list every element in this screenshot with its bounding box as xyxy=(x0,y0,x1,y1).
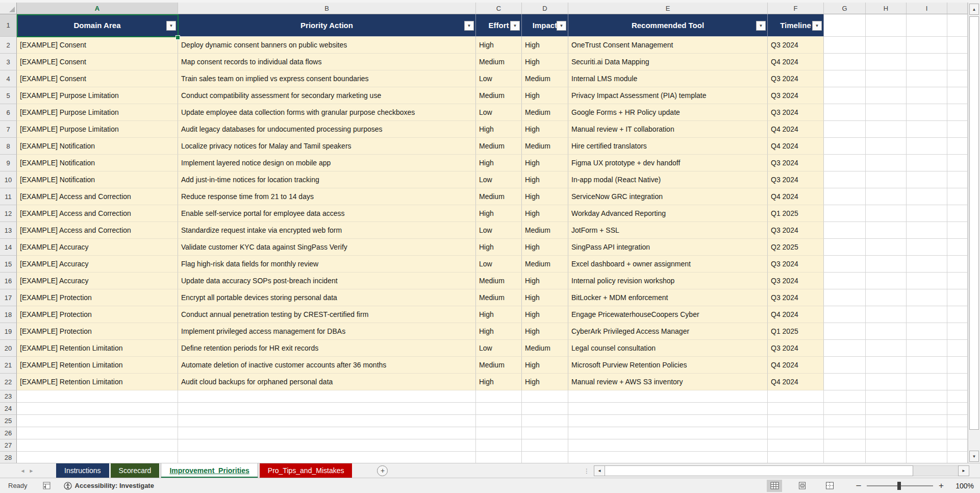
cell[interactable]: Validate customer KYC data against SingP… xyxy=(178,239,476,256)
cell[interactable]: Q4 2024 xyxy=(768,188,824,205)
cell[interactable] xyxy=(476,439,522,452)
cell[interactable]: Update employee data collection forms wi… xyxy=(178,104,476,121)
cell[interactable]: Low xyxy=(476,256,522,273)
cell[interactable] xyxy=(866,87,907,104)
column-header-I[interactable]: I xyxy=(907,3,947,14)
cell[interactable] xyxy=(824,121,866,138)
cell[interactable] xyxy=(907,427,947,439)
column-header-partial[interactable] xyxy=(947,3,968,14)
cell[interactable]: Q3 2024 xyxy=(768,256,824,273)
cell[interactable] xyxy=(907,306,947,323)
cell[interactable] xyxy=(947,222,968,239)
cell[interactable]: Q3 2024 xyxy=(768,273,824,289)
cell[interactable] xyxy=(866,37,907,54)
cell[interactable]: Medium xyxy=(476,289,522,306)
cell[interactable] xyxy=(178,390,476,403)
macro-record-button[interactable] xyxy=(43,482,51,489)
cell[interactable] xyxy=(824,54,866,70)
row-header-17[interactable]: 17 xyxy=(0,289,17,306)
cell[interactable] xyxy=(947,340,968,357)
filter-button[interactable]: ▼ xyxy=(510,21,520,31)
cell[interactable]: Conduct annual penetration testing by CR… xyxy=(178,306,476,323)
cell[interactable] xyxy=(568,403,768,415)
select-all-button[interactable] xyxy=(0,3,17,14)
cell[interactable] xyxy=(947,14,968,37)
cell[interactable]: Manual review + IT collaboration xyxy=(568,121,768,138)
cell[interactable]: [EXAMPLE] Consent xyxy=(17,54,178,70)
cell[interactable]: Low xyxy=(476,70,522,87)
cell[interactable]: Localize privacy notices for Malay and T… xyxy=(178,138,476,155)
cell[interactable] xyxy=(866,205,907,222)
cell[interactable]: Implement layered notice design on mobil… xyxy=(178,155,476,171)
horizontal-scroll-thumb[interactable] xyxy=(605,465,913,476)
cell[interactable]: [EXAMPLE] Protection xyxy=(17,323,178,340)
cell[interactable] xyxy=(866,14,907,37)
sheet-tab-pro_tips_and_mistakes[interactable]: Pro_Tips_and_Mistakes xyxy=(260,463,353,478)
sheet-nav-left-icon[interactable]: ◄ xyxy=(18,463,27,478)
column-header-A[interactable]: A xyxy=(17,3,178,14)
sheet-tab-instructions[interactable]: Instructions xyxy=(56,463,109,478)
cell[interactable] xyxy=(824,357,866,374)
cell[interactable] xyxy=(947,427,968,439)
cell[interactable] xyxy=(947,403,968,415)
row-header-2[interactable]: 2 xyxy=(0,37,17,54)
row-header-3[interactable]: 3 xyxy=(0,54,17,70)
filter-button[interactable]: ▼ xyxy=(557,21,566,31)
cell[interactable]: Enable self-service portal for employee … xyxy=(178,205,476,222)
cell[interactable] xyxy=(866,289,907,306)
cell[interactable] xyxy=(866,273,907,289)
header-cell[interactable]: Effort▼ xyxy=(476,14,522,37)
cell[interactable] xyxy=(768,452,824,463)
row-header-7[interactable]: 7 xyxy=(0,121,17,138)
cell[interactable] xyxy=(17,452,178,463)
cell[interactable]: Map consent records to individual data f… xyxy=(178,54,476,70)
cell[interactable] xyxy=(824,205,866,222)
row-header-5[interactable]: 5 xyxy=(0,87,17,104)
cell[interactable]: Q4 2024 xyxy=(768,121,824,138)
row-header-27[interactable]: 27 xyxy=(0,439,17,452)
cell[interactable] xyxy=(907,452,947,463)
cell[interactable]: Q3 2024 xyxy=(768,222,824,239)
cell[interactable] xyxy=(947,357,968,374)
cell[interactable]: [EXAMPLE] Protection xyxy=(17,289,178,306)
cell[interactable] xyxy=(522,452,568,463)
row-header-9[interactable]: 9 xyxy=(0,155,17,171)
cell[interactable] xyxy=(866,403,907,415)
cell[interactable] xyxy=(907,222,947,239)
cell[interactable] xyxy=(178,403,476,415)
row-header-20[interactable]: 20 xyxy=(0,340,17,357)
cell[interactable] xyxy=(824,87,866,104)
cell[interactable] xyxy=(824,452,866,463)
cell[interactable]: Encrypt all portable devices storing per… xyxy=(178,289,476,306)
cell[interactable] xyxy=(907,403,947,415)
cell[interactable]: [EXAMPLE] Access and Correction xyxy=(17,222,178,239)
cell[interactable] xyxy=(947,415,968,427)
cell[interactable] xyxy=(947,121,968,138)
cell[interactable] xyxy=(866,323,907,340)
cell[interactable] xyxy=(824,14,866,37)
cell[interactable] xyxy=(866,138,907,155)
cell[interactable] xyxy=(866,104,907,121)
cell[interactable] xyxy=(907,171,947,188)
cell[interactable]: Q2 2025 xyxy=(768,239,824,256)
cell[interactable] xyxy=(768,390,824,403)
horizontal-scrollbar[interactable]: ◄ ► xyxy=(594,465,969,476)
cell[interactable] xyxy=(178,415,476,427)
cell[interactable]: CyberArk Privileged Access Manager xyxy=(568,323,768,340)
vertical-scrollbar[interactable]: ▲ ▼ xyxy=(968,3,980,463)
row-header-22[interactable]: 22 xyxy=(0,374,17,390)
cell[interactable]: High xyxy=(476,374,522,390)
cell[interactable] xyxy=(947,439,968,452)
cell[interactable]: Internal LMS module xyxy=(568,70,768,87)
cell[interactable]: Internal policy revision workshop xyxy=(568,273,768,289)
row-header-4[interactable]: 4 xyxy=(0,70,17,87)
cell[interactable] xyxy=(907,37,947,54)
cell[interactable] xyxy=(907,14,947,37)
cell[interactable] xyxy=(824,439,866,452)
cell[interactable]: Excel dashboard + owner assignment xyxy=(568,256,768,273)
cell[interactable] xyxy=(866,70,907,87)
cell[interactable]: Q1 2025 xyxy=(768,323,824,340)
vertical-scroll-thumb[interactable] xyxy=(969,16,979,430)
cell[interactable] xyxy=(476,403,522,415)
page-break-preview-button[interactable] xyxy=(822,480,837,492)
